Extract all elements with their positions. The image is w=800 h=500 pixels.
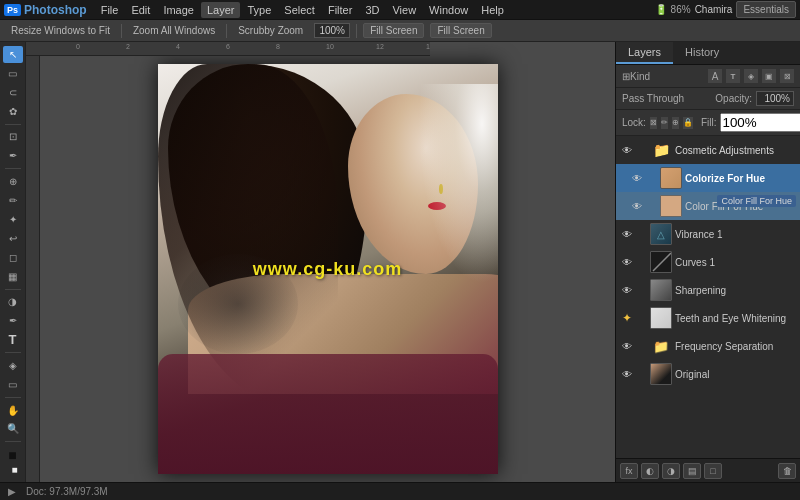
lock-image-icon[interactable]: ✏ (661, 117, 668, 129)
layer-visibility-sharpening[interactable]: 👁 (620, 283, 634, 297)
ruler-vertical (26, 56, 40, 482)
brush-tool[interactable]: ✏ (3, 192, 23, 209)
new-fill-btn[interactable]: ◑ (662, 463, 680, 479)
add-layer-style-btn[interactable]: fx (620, 463, 638, 479)
eyedropper-tool[interactable]: ✒ (3, 147, 23, 164)
lasso-tool[interactable]: ⊂ (3, 84, 23, 101)
layer-visibility-curves[interactable]: 👁 (620, 255, 634, 269)
panel-tabs: Layers History (616, 42, 800, 65)
type-tool[interactable]: T (3, 331, 23, 348)
layer-item-vibrance[interactable]: 👁 △ Vibrance 1 (616, 220, 800, 248)
layer-icon-a[interactable]: A (708, 69, 722, 83)
zoom-value-input[interactable] (314, 23, 350, 38)
layer-thumb-sharpening (650, 279, 672, 301)
ruler-label-14: 14 (426, 43, 430, 50)
menu-3d[interactable]: 3D (359, 2, 385, 18)
marquee-tool[interactable]: ▭ (3, 65, 23, 82)
layer-name-curves: Curves 1 (675, 257, 796, 268)
layer-visibility-colorize[interactable]: 👁 (630, 171, 644, 185)
history-brush-tool[interactable]: ↩ (3, 230, 23, 247)
layer-item-color-fill[interactable]: 👁 Color Fill For Hue Color Fill For Hue (616, 192, 800, 220)
menu-window[interactable]: Window (423, 2, 474, 18)
dodge-tool[interactable]: ◑ (3, 293, 23, 310)
new-layer-btn[interactable]: □ (704, 463, 722, 479)
layer-visibility-color-fill[interactable]: 👁 (630, 199, 644, 213)
app-logo: Ps Photoshop (4, 3, 87, 17)
menu-edit[interactable]: Edit (125, 2, 156, 18)
layer-link-original (637, 367, 647, 381)
layer-icon-link[interactable]: ⊠ (780, 69, 794, 83)
layer-item-colorize[interactable]: 👁 Colorize For Hue (616, 164, 800, 192)
scrubby-zoom-btn[interactable]: Scrubby Zoom (233, 24, 308, 37)
clone-stamp-tool[interactable]: ✦ (3, 211, 23, 228)
healing-brush-tool[interactable]: ⊕ (3, 173, 23, 190)
ruler-label-8: 8 (276, 43, 280, 50)
shape-tool[interactable]: ▭ (3, 376, 23, 393)
hand-tool[interactable]: ✋ (3, 402, 23, 419)
menu-filter[interactable]: Filter (322, 2, 358, 18)
layer-link-vibrance (637, 227, 647, 241)
layer-visibility-vibrance[interactable]: 👁 (620, 227, 634, 241)
essentials-button[interactable]: Essentials (736, 1, 796, 18)
layer-thumb-cosmetic: 📁 (650, 139, 672, 161)
menu-image[interactable]: Image (157, 2, 200, 18)
layer-icon-fx[interactable]: ◈ (744, 69, 758, 83)
delete-layer-btn[interactable]: 🗑 (778, 463, 796, 479)
eraser-tool[interactable]: ◻ (3, 249, 23, 266)
ruler-label-12: 12 (376, 43, 384, 50)
lock-label: Lock: (622, 117, 646, 128)
menu-type[interactable]: Type (241, 2, 277, 18)
layer-link-sharpening (637, 283, 647, 297)
move-tool[interactable]: ↖ (3, 46, 23, 63)
fill-screen-btn-1[interactable]: Fill Screen (363, 23, 424, 38)
layer-visibility-cosmetic[interactable]: 👁 (620, 143, 634, 157)
layer-item-frequency[interactable]: 👁 📁 Frequency Separation (616, 332, 800, 360)
layer-item-teeth[interactable]: ✦ Teeth and Eye Whitening (616, 304, 800, 332)
watermark: www.cg-ku.com (253, 259, 402, 280)
lock-position-icon[interactable]: ⊕ (672, 117, 679, 129)
tab-history[interactable]: History (673, 42, 731, 64)
resize-windows-btn[interactable]: Resize Windows to Fit (6, 24, 115, 37)
options-bar: Resize Windows to Fit Zoom All Windows S… (0, 20, 800, 42)
layer-item-sharpening[interactable]: 👁 Sharpening (616, 276, 800, 304)
canvas-image: www.cg-ku.com (158, 64, 498, 474)
gradient-tool[interactable]: ▦ (3, 268, 23, 285)
crop-tool[interactable]: ⊡ (3, 128, 23, 145)
layer-item-original[interactable]: 👁 Original (616, 360, 800, 388)
path-select-tool[interactable]: ◈ (3, 357, 23, 374)
menu-view[interactable]: View (386, 2, 422, 18)
menu-file[interactable]: File (95, 2, 125, 18)
layer-visibility-original[interactable]: 👁 (620, 367, 634, 381)
zoom-all-windows-btn[interactable]: Zoom All Windows (128, 24, 220, 37)
lock-transparent-icon[interactable]: ⊠ (650, 117, 657, 129)
layer-thumb-teeth (650, 307, 672, 329)
tab-layers[interactable]: Layers (616, 42, 673, 64)
background-color[interactable]: ■ (5, 461, 25, 478)
menu-layer[interactable]: Layer (201, 2, 241, 18)
layer-icon-t[interactable]: T (726, 69, 740, 83)
right-panel: Layers History ⊞Kind A T ◈ ▣ ⊠ Pass Thro… (615, 42, 800, 482)
opacity-input[interactable] (756, 91, 794, 106)
layer-item-cosmetic-adjustments[interactable]: 👁 📁 Cosmetic Adjustments (616, 136, 800, 164)
layer-name-colorize: Colorize For Hue (685, 173, 796, 184)
layer-thumb-colorize (660, 167, 682, 189)
layer-visibility-teeth[interactable]: ✦ (620, 311, 634, 325)
layer-visibility-frequency[interactable]: 👁 (620, 339, 634, 353)
new-group-btn[interactable]: ▤ (683, 463, 701, 479)
light-highlight (418, 84, 498, 284)
add-mask-btn[interactable]: ◐ (641, 463, 659, 479)
layer-item-curves[interactable]: 👁 Curves 1 (616, 248, 800, 276)
ruler-horizontal: 0 2 4 6 8 10 12 14 16 (26, 42, 430, 56)
menu-select[interactable]: Select (278, 2, 321, 18)
layer-icon-mask[interactable]: ▣ (762, 69, 776, 83)
fill-screen-btn-2[interactable]: Fill Screen (430, 23, 491, 38)
ruler-label-0: 0 (76, 43, 80, 50)
pen-tool[interactable]: ✒ (3, 312, 23, 329)
fill-input[interactable] (720, 113, 800, 132)
fill-label: Fill: (701, 117, 717, 128)
zoom-tool[interactable]: 🔍 (3, 421, 23, 438)
main-area: ↖ ▭ ⊂ ✿ ⊡ ✒ ⊕ ✏ ✦ ↩ ◻ ▦ ◑ ✒ T ◈ ▭ ✋ 🔍 ■ … (0, 42, 800, 482)
menu-help[interactable]: Help (475, 2, 510, 18)
lock-all-icon[interactable]: 🔒 (683, 117, 693, 129)
quick-select-tool[interactable]: ✿ (3, 103, 23, 120)
